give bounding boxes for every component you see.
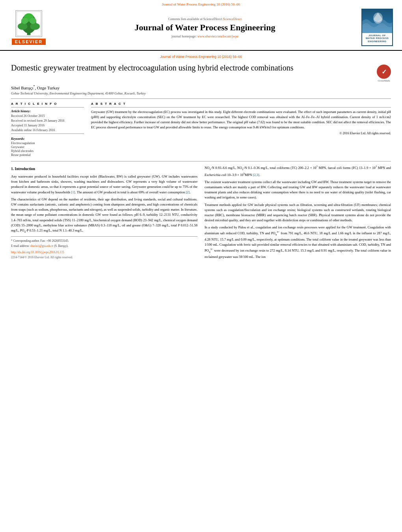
journal-logo-box: JOURNAL OFWATER PROCESSENGINEERING [361,9,393,46]
keyword-1: Electrocoagulation [11,141,84,145]
abstract-column: A B S T R A C T Greywater (GW) treatment… [91,102,391,158]
keyword-3: Hybrid electrodes [11,149,84,153]
elsevier-logo: ELSEVIER [7,10,50,45]
footnote-area: * Corresponding author. Fax: +90 2626055… [11,236,197,260]
abstract-label: A B S T R A C T [91,102,391,106]
sciencedirect-link[interactable]: ScienceDirect [223,17,242,21]
elsevier-label-text: ELSEVIER [12,39,46,45]
body-col-right: NO3-N 0.93–6.6 mg/L, NO2-N 0.1–0.36 mg/L… [205,165,391,261]
ref-2[interactable]: [2] [186,190,190,194]
article-info-label: A R T I C L E I N F O [11,102,84,106]
abstract-copyright: © 2016 Elsevier Ltd. All rights reserved… [91,132,391,135]
journal-logo-right: JOURNAL OFWATER PROCESSENGINEERING [359,9,395,46]
abstract-text: Greywater (GW) treatment by the electroc… [91,109,391,130]
email-author: (S. Barışçı). [54,244,68,248]
ref-2-3[interactable]: [2,3] [253,173,259,177]
star-sup: * [34,85,35,88]
right-para3: Treatment methods applied for GW include… [205,202,391,223]
journal-title: Journal of Water Process Engineering [54,22,355,33]
info-abstract-section: A R T I C L E I N F O Article history: R… [11,102,391,158]
crossmark-label: CrossMark [377,79,391,82]
doi-link[interactable]: http://dx.doi.org/10.1016/j.jwpe.2016.01… [11,250,64,254]
available-line: Available online 16 February 2016 [11,128,84,132]
keywords-label: Keywords: [11,137,84,141]
crossmark-icon: ✓ [377,65,391,79]
article-content: Journal of Water Process Engineering 10 … [0,51,402,261]
homepage-label: journal homepage: [171,34,197,38]
journal-header: Journal of Water Process Engineering 10 … [0,0,402,51]
article-title: Domestic greywater treatment by electroc… [11,63,373,73]
intro-para1: Any wastewater produced in household fac… [11,174,197,195]
history-label: Article history: [11,109,84,113]
header-content: ELSEVIER Contents lists available at Sci… [0,7,402,48]
contents-line: Contents lists available at ScienceDirec… [54,17,355,21]
footnote-email: E-mail address: sbarisci@gtu.edu.tr (S. … [11,244,197,248]
svg-point-5 [21,18,28,24]
logo-text: JOURNAL OFWATER PROCESSENGINEERING [366,34,389,43]
svg-point-2 [18,23,28,30]
body-section: 1. Introduction Any wastewater produced … [11,165,391,261]
header-center: Contents lists available at ScienceDirec… [50,17,359,38]
email-link[interactable]: sbarisci@gtu.edu.tr [30,244,54,248]
citation-text: Journal of Water Process Engineering 10 … [162,2,240,6]
keyword-2: Greywater [11,145,84,149]
elsevier-tree-icon [15,10,43,37]
crossmark-badge: ✓ CrossMark [377,65,391,82]
divider-after-affiliation [11,98,391,99]
received-line: Received 26 October 2015 [11,114,84,118]
right-para1: NO3-N 0.93–6.6 mg/L, NO2-N 0.1–0.36 mg/L… [205,165,391,177]
homepage-url[interactable]: www.elsevier.com/locate/jwpe [197,34,238,38]
logo-wave-icon [362,9,393,33]
divider-before-body [11,161,391,161]
email-label: E-mail address: [11,244,30,248]
footnote-star-text: * Corresponding author. Fax: +90 2626055… [11,239,69,243]
info-divider [11,107,84,108]
ref-1[interactable]: [1] [71,190,75,194]
doi-line: http://dx.doi.org/10.1016/j.jwpe.2016.01… [11,250,197,255]
accepted-line: Accepted 31 January 2016 [11,123,84,128]
right-para2: The existent wastewater treatment system… [205,180,391,200]
footer-copyright: 2214-7144/© 2016 Elsevier Ltd. All right… [11,255,197,260]
affiliation-line: Gebze Technical University, Environmenta… [11,91,391,95]
footnote-star: * Corresponding author. Fax: +90 2626055… [11,239,197,243]
article-citation: Journal of Water Process Engineering 10 … [11,55,391,59]
authors-line: Sibel Barışçı*, Ozge Turkay [11,85,391,90]
homepage-line: journal homepage: www.elsevier.com/locat… [54,34,355,38]
authors-text: Sibel Barışçı*, Ozge Turkay [11,85,60,90]
right-para4: In a study conducted by Pidou et al., co… [205,225,391,260]
contents-text: Contents lists available at ScienceDirec… [168,17,222,21]
info-divider2 [11,133,84,134]
svg-point-3 [30,23,40,30]
keyword-4: Reuse potential [11,153,84,157]
svg-point-6 [30,18,37,24]
article-info-column: A R T I C L E I N F O Article history: R… [11,102,84,158]
page: Journal of Water Process Engineering 10 … [0,0,402,532]
body-col-left: 1. Introduction Any wastewater produced … [11,165,197,261]
intro-para2: The characteristics of GW depend on the … [11,197,197,234]
revised-line: Received in revised form 29 January 2016 [11,119,84,123]
intro-heading: 1. Introduction [11,166,197,172]
abstract-divider [91,107,391,108]
citation-bar: Journal of Water Process Engineering 10 … [0,0,402,7]
